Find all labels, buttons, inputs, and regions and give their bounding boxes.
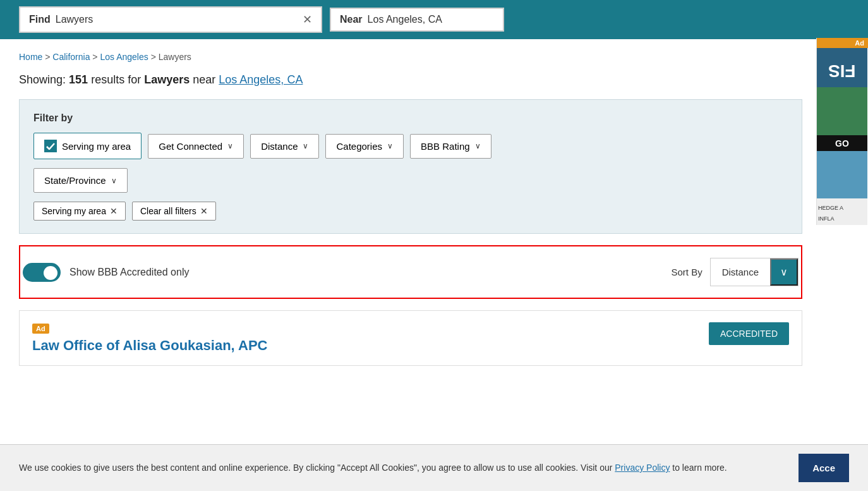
near-label: Near xyxy=(340,14,363,25)
filter-distance-button[interactable]: Distance ∨ xyxy=(250,134,319,159)
accredited-button[interactable]: ACCREDITED xyxy=(709,322,789,345)
sort-current-value: Distance xyxy=(711,260,770,284)
state-province-chevron: ∨ xyxy=(111,176,117,185)
get-connected-label: Get Connected xyxy=(159,141,222,152)
search-bar: Find ✕ Near xyxy=(0,0,868,39)
results-location[interactable]: Los Angeles, CA xyxy=(219,73,303,86)
results-count: 151 xyxy=(69,73,88,86)
results-for-text: results for xyxy=(91,73,141,86)
breadcrumb-sep2: > xyxy=(92,52,97,62)
active-filters-row: Serving my area ✕ Clear all filters ✕ xyxy=(33,202,788,221)
categories-chevron: ∨ xyxy=(387,142,393,150)
breadcrumb-home[interactable]: Home xyxy=(19,52,42,62)
showing-label: Showing: xyxy=(19,73,66,86)
clear-all-label: Clear all filters xyxy=(140,206,196,216)
toggle-label: Show BBB Accredited only xyxy=(69,267,189,278)
breadcrumb: Home > California > Los Angeles > Lawyer… xyxy=(19,52,802,62)
near-text: near xyxy=(193,73,215,86)
accredited-label: ACCREDITED xyxy=(720,329,778,339)
filter-state-province-button[interactable]: State/Province ∨ xyxy=(33,168,128,193)
serving-area-label: Serving my area xyxy=(62,141,131,152)
listing-content: Ad Law Office of Alisa Goukasian, APC xyxy=(32,322,699,354)
main-content: Home > California > Los Angeles > Lawyer… xyxy=(0,39,821,386)
results-heading: Showing: 151 results for Lawyers near Lo… xyxy=(19,73,802,87)
sort-dropdown: Distance ∨ xyxy=(710,258,799,286)
toggle-thumb xyxy=(44,266,57,280)
get-connected-chevron: ∨ xyxy=(227,142,233,150)
right-ad-badge: Ad xyxy=(817,38,868,48)
bbb-rating-chevron: ∨ xyxy=(475,142,481,150)
distance-label: Distance xyxy=(261,141,298,152)
results-category: Lawyers xyxy=(144,73,190,86)
breadcrumb-california[interactable]: California xyxy=(52,52,90,62)
find-box: Find ✕ xyxy=(19,6,322,33)
breadcrumb-current: Lawyers xyxy=(159,52,191,62)
filter-by-label: Filter by xyxy=(33,112,788,124)
sort-chevron-icon: ∨ xyxy=(780,266,788,278)
right-panel-img2 xyxy=(817,151,867,199)
find-input[interactable] xyxy=(56,14,298,25)
state-province-label: State/Province xyxy=(44,175,106,186)
active-filter-serving-area[interactable]: Serving my area ✕ xyxy=(33,202,126,221)
right-ad-panel: Ad FIS GO HEDGE AINFLA xyxy=(816,38,868,225)
active-filter-serving-label: Serving my area xyxy=(42,206,106,216)
clear-search-button[interactable]: ✕ xyxy=(303,13,312,27)
clear-all-filters-button[interactable]: Clear all filters ✕ xyxy=(132,202,216,221)
ad-badge: Ad xyxy=(32,324,49,334)
remove-serving-area-icon[interactable]: ✕ xyxy=(110,206,118,216)
right-panel-go[interactable]: GO xyxy=(835,138,849,149)
right-panel-content: FIS GO HEDGE AINFLA xyxy=(817,48,867,225)
right-panel-caption: HEDGE AINFLA xyxy=(817,198,867,225)
listing-title[interactable]: Law Office of Alisa Goukasian, APC xyxy=(32,337,699,354)
filter-serving-area-button[interactable]: Serving my area xyxy=(33,133,142,159)
breadcrumb-los-angeles[interactable]: Los Angeles xyxy=(100,52,148,62)
near-box: Near xyxy=(330,8,504,32)
filter-bbb-rating-button[interactable]: BBB Rating ∨ xyxy=(410,134,491,159)
find-label: Find xyxy=(29,14,51,25)
listing-card: Ad Law Office of Alisa Goukasian, APC AC… xyxy=(19,310,802,366)
right-panel-caption-text: HEDGE AINFLA xyxy=(818,205,843,222)
filter-buttons-row: Serving my area Get Connected ∨ Distance… xyxy=(33,133,788,159)
listing-accredited-area: ACCREDITED xyxy=(709,322,789,345)
toggle-left: Show BBB Accredited only xyxy=(23,263,189,282)
toggle-sort-row: Show BBB Accredited only Sort By Distanc… xyxy=(19,245,802,299)
filter-box: Filter by Serving my area Get Connected … xyxy=(19,99,802,234)
categories-label: Categories xyxy=(336,141,382,152)
bbb-accredited-toggle[interactable] xyxy=(23,263,61,282)
bbb-rating-label: BBB Rating xyxy=(421,141,470,152)
right-panel-text2: GO xyxy=(817,135,867,151)
breadcrumb-sep3: > xyxy=(151,52,156,62)
sort-dropdown-button[interactable]: ∨ xyxy=(770,258,798,286)
clear-all-icon[interactable]: ✕ xyxy=(200,206,208,216)
filter-categories-button[interactable]: Categories ∨ xyxy=(325,134,404,159)
sort-by-label: Sort By xyxy=(671,267,702,277)
breadcrumb-sep1: > xyxy=(45,52,50,62)
filter-get-connected-button[interactable]: Get Connected ∨ xyxy=(148,134,244,159)
right-panel-image xyxy=(817,87,867,135)
serving-area-checkbox xyxy=(44,140,57,152)
distance-chevron: ∨ xyxy=(303,142,308,150)
near-input[interactable] xyxy=(368,14,494,25)
sort-right: Sort By Distance ∨ xyxy=(671,258,799,286)
toggle-track xyxy=(23,263,61,282)
right-panel-text1: FIS xyxy=(828,61,856,81)
